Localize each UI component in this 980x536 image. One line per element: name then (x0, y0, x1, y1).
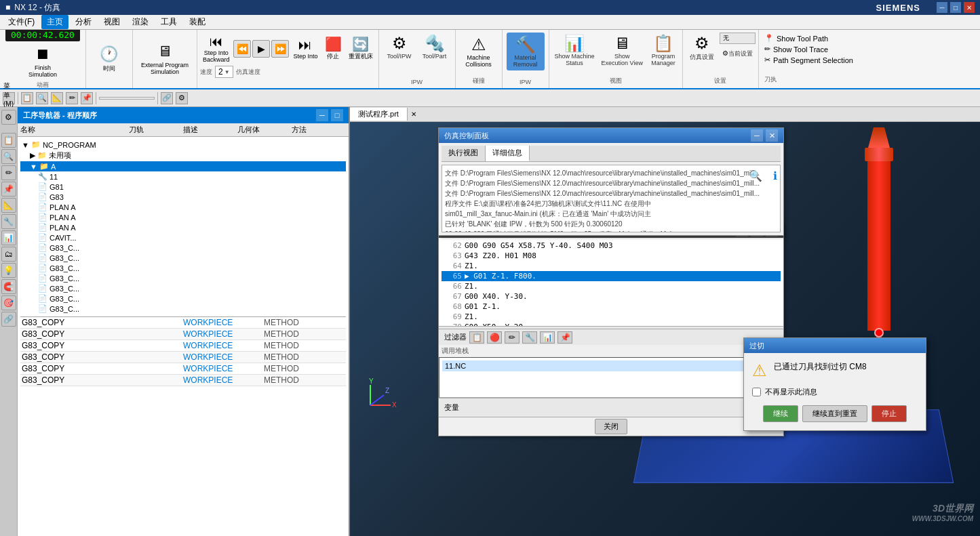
machine-collision-button[interactable]: ⚠ MachineCollisions (460, 33, 498, 70)
sim-control-minimize[interactable]: ─ (751, 129, 763, 142)
nc-prog-row-4[interactable]: G83_COPY WORKPIECE METHOD (20, 352, 346, 363)
speed-control[interactable]: 2 ▼ (215, 66, 233, 78)
nc-row-current[interactable]: 65 ▶ G01 Z-1. F800. (442, 271, 781, 281)
tree-item-g83c4[interactable]: 📄 G83_C... (20, 273, 346, 283)
panel-expand-btn[interactable]: □ (331, 109, 343, 121)
nc-close-button[interactable]: 关闭 (595, 419, 627, 434)
alert-stop-button[interactable]: 停止 (871, 405, 907, 422)
nc-row-7[interactable]: 68 G01 Z-1. (442, 302, 781, 312)
play-button[interactable]: ▶ (252, 40, 270, 58)
external-program-simulation-button[interactable]: 🖥 External Program Simulation (137, 40, 193, 78)
sim-settings-button[interactable]: ⚙ 仿真设置 (686, 33, 718, 64)
maximize-button[interactable]: □ (950, 2, 961, 13)
tree-item-a[interactable]: ▼ 📁 A (20, 161, 346, 171)
show-tool-path-item[interactable]: 📍 Show Tool Path (764, 34, 862, 43)
tree-item-11[interactable]: 🔧 11 (20, 171, 346, 182)
forward-button[interactable]: ⏩ (271, 40, 289, 58)
reset-button[interactable]: 🔄 重置机床 (346, 35, 376, 62)
nc-row-2[interactable]: 63 G43 Z20. H01 M08 (442, 251, 781, 261)
sim-tab-detail[interactable]: 详细信息 (486, 146, 530, 161)
menu-file[interactable]: 文件(F) (3, 15, 40, 29)
alert-continue-to-reset-button[interactable]: 继续直到重置 (802, 405, 867, 422)
tree-item-g83c2[interactable]: 📄 G83_C... (20, 253, 346, 263)
tb-icon-1[interactable]: 📋 (21, 92, 33, 104)
tb-icon-4[interactable]: ✏ (66, 92, 78, 104)
filter-btn-2[interactable]: 🔴 (487, 331, 502, 344)
no-option[interactable]: 无 (720, 33, 756, 44)
rewind-button[interactable]: ⏪ (233, 40, 251, 58)
tree-item-g83c5[interactable]: 📄 G83_C... (20, 283, 346, 293)
filter-btn-3[interactable]: ✏ (505, 331, 520, 344)
path-segment-item[interactable]: ✂ Path Segment Selection (764, 56, 862, 64)
filter-btn-1[interactable]: 📋 (469, 331, 484, 344)
tree-item-nc-program[interactable]: ▼ 📁 NC_PROGRAM (20, 140, 346, 150)
sim-tab-exec[interactable]: 执行视图 (442, 146, 486, 161)
nc-row-6[interactable]: 67 G00 X40. Y-30. (442, 291, 781, 302)
menu-assembly[interactable]: 装配 (184, 15, 211, 29)
step-into-backward-button[interactable]: ⏮ Step IntoBackward (200, 33, 233, 64)
sidebar-icon-12[interactable]: 🔗 (1, 312, 16, 327)
menu-view[interactable]: 视图 (98, 15, 125, 29)
sidebar-icon-3[interactable]: ✏ (1, 165, 16, 180)
tb-icon-3[interactable]: 📐 (51, 92, 63, 104)
filter-btn-5[interactable]: 📊 (540, 331, 555, 344)
tree-item-g81[interactable]: 📄 G81 (20, 182, 346, 192)
nc-row-1[interactable]: 62 G00 G90 G54 X58.75 Y-40. S400 M03 (442, 241, 781, 251)
alert-continue-button[interactable]: 继续 (763, 405, 798, 422)
nc-row-5[interactable]: 66 Z1. (442, 281, 781, 291)
tree-item-unused[interactable]: ▶ 📁 未用项 (20, 150, 346, 161)
nc-row-8[interactable]: 69 Z1. (442, 312, 781, 322)
sim-control-close[interactable]: ✕ (766, 129, 778, 142)
search-icon[interactable]: 🔍 (749, 168, 762, 184)
tb-icon-2[interactable]: 🔍 (36, 92, 48, 104)
nc-prog-row-1[interactable]: G83_COPY WORKPIECE METHOD (20, 317, 346, 329)
sidebar-icon-9[interactable]: 💡 (1, 263, 16, 278)
current-settings-button[interactable]: ⚙ 当前设置 (720, 45, 756, 61)
view-tab-close[interactable]: ✕ (408, 108, 420, 121)
minimize-button[interactable]: ─ (937, 2, 947, 13)
tb-icon-6[interactable]: 🔗 (161, 92, 173, 104)
stop-button[interactable]: 🟥 停止 (322, 35, 345, 62)
alert-checkbox-row[interactable]: 不再显示此消息 (752, 387, 918, 397)
finish-simulation-button[interactable]: ⏹ Finish Simulation (24, 43, 62, 81)
nc-prog-row-2[interactable]: G83_COPY WORKPIECE METHOD (20, 329, 346, 340)
sidebar-icon-1[interactable]: 📋 (1, 133, 16, 148)
material-removal-button[interactable]: 🔨 MaterialRemoval (507, 33, 545, 70)
tree-item-g83c1[interactable]: 📄 G83_C... (20, 243, 346, 253)
sidebar-icon-8[interactable]: 🗂 (1, 247, 16, 262)
nc-prog-row-3[interactable]: G83_COPY WORKPIECE METHOD (20, 340, 346, 352)
sidebar-icon-settings[interactable]: ⚙ (1, 110, 16, 125)
filter-btn-6[interactable]: 📌 (557, 331, 572, 344)
close-button[interactable]: ✕ (964, 2, 975, 13)
nc-row-3[interactable]: 64 Z1. (442, 261, 781, 271)
show-machine-status-button[interactable]: 📊 Show MachineStatus (552, 33, 597, 69)
step-into-button[interactable]: ⏭ Step Into (290, 36, 320, 61)
menu-home[interactable]: 主页 (41, 15, 68, 29)
filter-btn-4[interactable]: 🔧 (522, 331, 537, 344)
tree-item-g83c7[interactable]: 📄 G83_C... (20, 304, 346, 314)
menu-render[interactable]: 渲染 (127, 15, 154, 29)
time-button[interactable]: 🕐 时间 (90, 43, 128, 76)
panel-collapse-btn[interactable]: ─ (316, 109, 328, 121)
tree-item-g83[interactable]: 📄 G83 (20, 192, 346, 202)
tb-icon-5[interactable]: 📌 (81, 92, 93, 104)
tool-ipw-button[interactable]: ⚙ Tool/IPW (383, 33, 416, 62)
view-tab-main[interactable]: 测试程序.prt (350, 108, 408, 121)
nc-prog-row-6[interactable]: G83_COPY WORKPIECE METHOD (20, 375, 346, 386)
sidebar-icon-5[interactable]: 📐 (1, 198, 16, 213)
tree-item-g83c6[interactable]: 📄 G83_C... (20, 293, 346, 304)
alert-checkbox-input[interactable] (752, 388, 761, 396)
tb-icon-7[interactable]: ⚙ (176, 92, 188, 104)
sidebar-icon-6[interactable]: 🔧 (1, 214, 16, 229)
program-manager-button[interactable]: 📋 ProgramManager (647, 33, 680, 69)
menu-tools[interactable]: 工具 (155, 15, 182, 29)
tree-item-plana2[interactable]: 📄 PLAN A (20, 212, 346, 222)
menu-dropdown-btn[interactable]: 菜单(M) ▼ (3, 92, 15, 104)
tree-item-plana1[interactable]: 📄 PLAN A (20, 202, 346, 212)
dropdown-select[interactable] (99, 97, 155, 100)
menu-analysis[interactable]: 分析 (70, 15, 97, 29)
sidebar-icon-4[interactable]: 📌 (1, 182, 16, 197)
show-tool-trace-item[interactable]: ✏ Show Tool Trace (764, 45, 862, 54)
show-execution-view-button[interactable]: 🖥 ShowExecution View (599, 33, 646, 69)
sidebar-icon-10[interactable]: 🧲 (1, 279, 16, 294)
